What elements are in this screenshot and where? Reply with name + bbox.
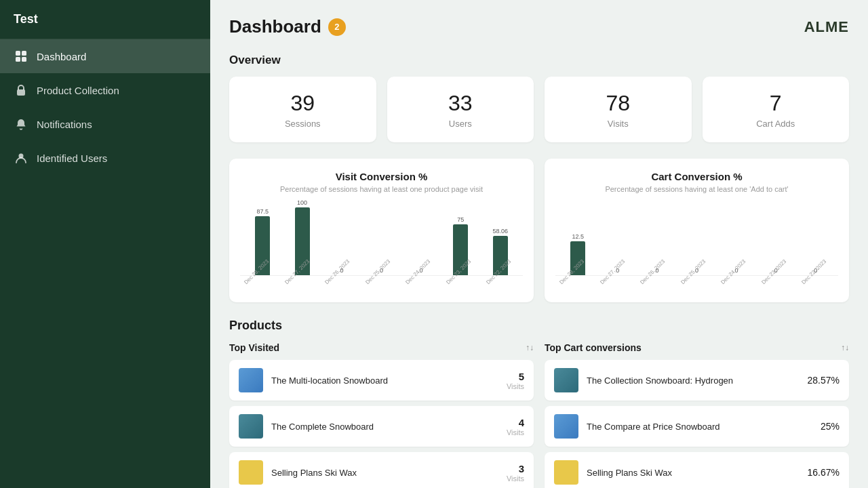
sidebar: Test Dashboard Product Collection [0,0,210,488]
sort-icon[interactable]: ↑↓ [526,343,534,352]
product-name: The Complete Snowboard [271,422,498,432]
top-visited-list: The Multi-location Snowboard 5 Visits Th… [229,360,534,488]
product-stat-number: 3 [507,463,524,474]
bar-value-label: 12.5 [572,233,584,240]
stat-visits: 78 Visits [545,77,692,142]
sidebar-item-dashboard[interactable]: Dashboard [0,39,210,73]
product-stat: 4 Visits [507,417,524,436]
svg-rect-1 [22,51,26,56]
visit-conversion-labels: Dec 28, 2023Dec 27, 2023Dec 26, 2023Dec … [240,280,523,290]
cart-conversion-subtitle: Percentage of sessions having at least o… [555,185,838,193]
product-conversion-rate: 25% [802,421,840,432]
top-cart-title: Top Cart conversions [545,342,642,353]
sidebar-item-notifications-label: Notifications [37,119,92,130]
stat-cart-adds-label: Cart Adds [713,119,839,129]
product-stat-label: Visits [507,474,524,483]
bar-value-label: 58.06 [492,228,508,235]
product-name: Selling Plans Ski Wax [587,468,794,478]
product-thumbnail [554,368,578,392]
brand-logo: ALME [804,18,849,36]
product-thumbnail [239,414,263,439]
product-name: The Multi-location Snowboard [271,375,498,386]
product-stat: 3 Visits [507,463,524,483]
product-item: The Multi-location Snowboard 5 Visits [229,360,534,401]
cart-conversion-labels: Dec 28, 2023Dec 27, 2023Dec 26, 2023Dec … [555,280,838,290]
grid-icon [14,49,28,64]
product-stat-label: Visits [507,428,524,436]
product-item: Selling Plans Ski Wax 3 Visits [229,452,534,488]
stat-sessions-value: 39 [240,90,366,116]
charts-grid: Visit Conversion % Percentage of session… [229,159,849,302]
bar-value-label: 100 [297,199,307,206]
title-badge: 2 [328,18,346,36]
bell-icon [14,117,28,131]
page-title: Dashboard [229,16,321,37]
cart-conversion-chart: Cart Conversion % Percentage of sessions… [545,159,849,302]
bar-value-label: 75 [457,216,464,223]
stat-users-value: 33 [398,90,524,116]
top-cart-list: The Collection Snowboard: Hydrogen 28.57… [545,360,849,488]
top-bar: Dashboard 2 ALME [229,16,849,37]
stat-users-label: Users [398,119,524,129]
sidebar-item-product-collection-label: Product Collection [37,85,119,96]
svg-rect-4 [17,89,25,96]
user-icon [14,150,28,165]
stat-sessions-label: Sessions [240,119,366,129]
product-thumbnail [554,460,578,485]
product-name: The Compare at Price Snowboard [587,422,794,432]
stat-visits-value: 78 [555,90,681,116]
top-visited-title: Top Visited [229,342,279,353]
product-item: The Compare at Price Snowboard 25% [545,406,849,447]
product-item: Selling Plans Ski Wax 16.67% [545,452,849,488]
stats-grid: 39 Sessions 33 Users 78 Visits 7 Cart Ad… [229,77,849,142]
stat-visits-label: Visits [555,119,681,129]
product-conversion-rate: 28.57% [802,375,840,386]
cart-conversion-title: Cart Conversion % [555,171,838,182]
sidebar-item-identified-users-label: Identified Users [37,152,107,164]
overview-section-title: Overview [229,54,849,67]
product-thumbnail [554,414,578,439]
product-stat: 5 Visits [507,371,524,390]
product-item: The Complete Snowboard 4 Visits [229,406,534,447]
sidebar-item-dashboard-label: Dashboard [37,51,86,62]
product-item: The Collection Snowboard: Hydrogen 28.57… [545,360,849,401]
top-visited-header: Top Visited ↑↓ [229,342,534,353]
lock-icon [14,83,28,98]
svg-rect-2 [16,57,20,62]
stat-cart-adds: 7 Cart Adds [703,77,850,142]
page-title-area: Dashboard 2 [229,16,346,37]
app-title: Test [0,0,210,39]
sidebar-item-product-collection[interactable]: Product Collection [0,73,210,107]
product-thumbnail [239,460,263,485]
sidebar-item-notifications[interactable]: Notifications [0,107,210,141]
svg-rect-3 [22,57,26,62]
product-stat-number: 4 [507,417,524,428]
products-grid: Top Visited ↑↓ The Multi-location Snowbo… [229,342,849,488]
stat-users: 33 Users [387,77,534,142]
product-stat-number: 5 [507,371,524,382]
stat-cart-adds-value: 7 [713,90,839,116]
sidebar-item-identified-users[interactable]: Identified Users [0,141,210,175]
visit-conversion-chart: Visit Conversion % Percentage of session… [229,159,534,302]
top-cart-column: Top Cart conversions ↑↓ The Collection S… [545,342,849,488]
cart-sort-icon[interactable]: ↑↓ [841,343,849,352]
product-name: Selling Plans Ski Wax [271,468,498,478]
product-name: The Collection Snowboard: Hydrogen [587,375,794,386]
bar-value-label: 87.5 [256,208,269,215]
products-section-title: Products [229,319,849,333]
product-conversion-rate: 16.67% [802,467,840,478]
stat-sessions: 39 Sessions [229,77,376,142]
top-visited-column: Top Visited ↑↓ The Multi-location Snowbo… [229,342,534,488]
main-content: Dashboard 2 ALME Overview 39 Sessions 33… [210,0,868,488]
product-thumbnail [239,368,263,392]
top-cart-header: Top Cart conversions ↑↓ [545,342,849,353]
product-stat-label: Visits [507,382,524,390]
svg-rect-0 [16,51,20,56]
visit-conversion-title: Visit Conversion % [240,171,523,182]
visit-conversion-subtitle: Percentage of sessions having at least o… [240,185,523,193]
